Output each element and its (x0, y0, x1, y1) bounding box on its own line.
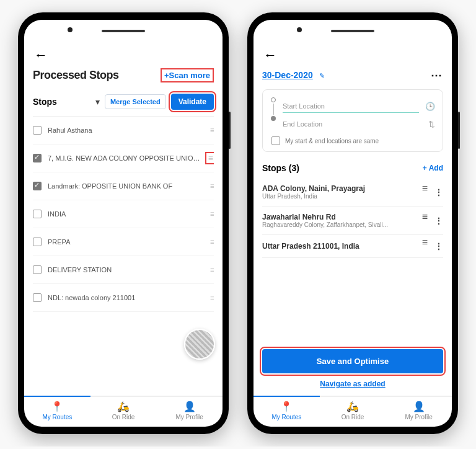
item-menu-icon[interactable]: ⋮ (434, 241, 443, 251)
drag-handle-icon[interactable]: ≡ (210, 181, 214, 191)
drag-handle-icon[interactable]: ≡ (210, 265, 214, 275)
end-location-input[interactable]: End Location (283, 118, 422, 130)
routes-icon: 📍 (253, 401, 320, 412)
stop-item[interactable]: Rahul Asthana ≡ (33, 117, 214, 144)
page-title: Processed Stops (33, 69, 119, 82)
stop-item[interactable]: DELIVERY STATION ≡ (33, 256, 214, 284)
stop-item[interactable]: 7, M.I.G. NEW ADA COLONY OPPOSITE UNION … (33, 144, 214, 172)
nav-label: My Profile (405, 414, 432, 420)
route-title: Uttar Pradesh 211001, India (262, 242, 417, 251)
bottom-nav: 📍 My Routes 🛵 On Ride 👤 My Profile (24, 396, 223, 427)
phone-left: ← Processed Stops +Scan more Stops ▾ Mer… (18, 12, 229, 434)
ride-icon: 🛵 (320, 401, 386, 412)
routes-icon: 📍 (24, 401, 90, 412)
date-selector[interactable]: 30-Dec-2020 ✎ (262, 69, 325, 81)
back-button[interactable]: ← (262, 45, 443, 68)
back-button[interactable]: ← (33, 45, 214, 68)
route-title: ADA Colony, Naini, Prayagraj (262, 184, 417, 193)
drag-handle-icon[interactable]: ≡ (210, 293, 214, 303)
phone-right: ← 30-Dec-2020 ✎ ⋯ Start L (247, 12, 458, 434)
add-stop-button[interactable]: + Add (423, 164, 443, 172)
routes-list: ADA Colony, Naini, Prayagraj Uttar Prade… (262, 178, 443, 258)
stop-text: INDIA (48, 210, 204, 218)
more-options-button[interactable]: ⋯ (431, 68, 443, 82)
stop-item[interactable]: Landmark: OPPOSITE UNION BANK OF ≡ (33, 172, 214, 200)
nav-my-routes[interactable]: 📍 My Routes (253, 397, 320, 427)
stops-label: Stops (33, 97, 90, 107)
profile-icon: 👤 (386, 401, 452, 412)
nav-my-routes[interactable]: 📍 My Routes (24, 397, 90, 427)
same-location-label: My start & end locations are same (285, 138, 379, 144)
route-item[interactable]: Uttar Pradesh 211001, India ≡ ⋮ (262, 235, 443, 258)
stop-checkbox[interactable] (33, 126, 42, 135)
route-marker-icon (270, 97, 276, 133)
reorder-icon[interactable]: ≡ (422, 241, 427, 251)
stop-checkbox[interactable] (33, 154, 42, 162)
stop-checkbox[interactable] (33, 210, 42, 218)
stop-item[interactable]: INDIA ≡ (33, 200, 214, 228)
clock-icon[interactable]: 🕒 (425, 102, 435, 111)
power-button (229, 112, 231, 149)
drag-handle-icon[interactable]: ≡ (210, 209, 214, 219)
nav-label: On Ride (342, 414, 364, 420)
item-menu-icon[interactable]: ⋮ (434, 187, 443, 197)
navigate-as-added-link[interactable]: Navigate as added (262, 373, 443, 391)
nav-my-profile[interactable]: 👤 My Profile (156, 397, 223, 427)
reorder-icon[interactable]: ≡ (422, 216, 427, 226)
nav-label: My Routes (42, 414, 72, 420)
profile-icon: 👤 (156, 401, 223, 412)
stops-count-label: Stops (3) (262, 163, 299, 173)
merge-selected-button[interactable]: Merge Selected (105, 94, 166, 109)
swap-icon[interactable]: ⇅ (428, 120, 435, 129)
stop-text: PREPA (48, 238, 204, 246)
ride-icon: 🛵 (90, 401, 157, 412)
stop-text: Rahul Asthana (48, 127, 204, 134)
start-location-input[interactable]: Start Location (283, 100, 419, 113)
scan-more-button[interactable]: +Scan more (161, 68, 214, 82)
location-card: Start Location 🕒 End Location ⇅ My start… (262, 89, 443, 152)
item-menu-icon[interactable]: ⋮ (434, 216, 443, 226)
filter-icon[interactable]: ▾ (95, 97, 100, 107)
nav-label: On Ride (112, 414, 135, 420)
stop-item[interactable]: NDL: newada colony 211001 ≡ (33, 284, 214, 312)
stops-list: Rahul Asthana ≡ 7, M.I.G. NEW ADA COLONY… (33, 117, 214, 396)
save-optimise-button[interactable]: Save and Optimise (262, 349, 443, 373)
stop-text: DELIVERY STATION (48, 266, 204, 273)
same-location-checkbox[interactable] (271, 136, 280, 145)
power-button (458, 112, 460, 149)
stop-checkbox[interactable] (33, 293, 42, 302)
stop-text: Landmark: OPPOSITE UNION BANK OF (48, 182, 204, 190)
edit-icon[interactable]: ✎ (319, 72, 325, 79)
route-subtitle: Raghavareddy Colony, Zaffarkhanpet, Siva… (262, 221, 417, 228)
stop-checkbox[interactable] (33, 182, 42, 190)
route-title: Jawaharlal Nehru Rd (262, 213, 417, 221)
stop-item[interactable]: PREPA ≡ (33, 228, 214, 256)
nav-label: My Routes (271, 414, 301, 420)
stop-text: 7, M.I.G. NEW ADA COLONY OPPOSITE UNION … (48, 154, 200, 162)
nav-my-profile[interactable]: 👤 My Profile (386, 397, 452, 427)
validate-button[interactable]: Validate (171, 94, 214, 110)
scanned-image-thumbnail[interactable] (184, 329, 215, 360)
date-label: 30-Dec-2020 (262, 70, 313, 80)
nav-on-ride[interactable]: 🛵 On Ride (90, 397, 157, 427)
nav-label: My Profile (175, 414, 203, 420)
bottom-nav: 📍 My Routes 🛵 On Ride 👤 My Profile (253, 396, 452, 427)
route-subtitle: Uttar Pradesh, India (262, 193, 417, 200)
route-item[interactable]: Jawaharlal Nehru Rd Raghavareddy Colony,… (262, 207, 443, 235)
screen-route-builder: ← 30-Dec-2020 ✎ ⋯ Start L (253, 20, 452, 427)
drag-handle-icon[interactable]: ≡ (210, 125, 214, 135)
screen-processed-stops: ← Processed Stops +Scan more Stops ▾ Mer… (24, 20, 223, 427)
reorder-icon[interactable]: ≡ (422, 187, 427, 197)
stop-checkbox[interactable] (33, 238, 42, 246)
stop-text: NDL: newada colony 211001 (48, 294, 204, 301)
drag-handle-icon[interactable]: ≡ (210, 237, 214, 247)
stop-checkbox[interactable] (33, 265, 42, 274)
drag-handle-icon[interactable]: ≡ (206, 153, 214, 163)
nav-on-ride[interactable]: 🛵 On Ride (320, 397, 386, 427)
route-item[interactable]: ADA Colony, Naini, Prayagraj Uttar Prade… (262, 178, 443, 207)
